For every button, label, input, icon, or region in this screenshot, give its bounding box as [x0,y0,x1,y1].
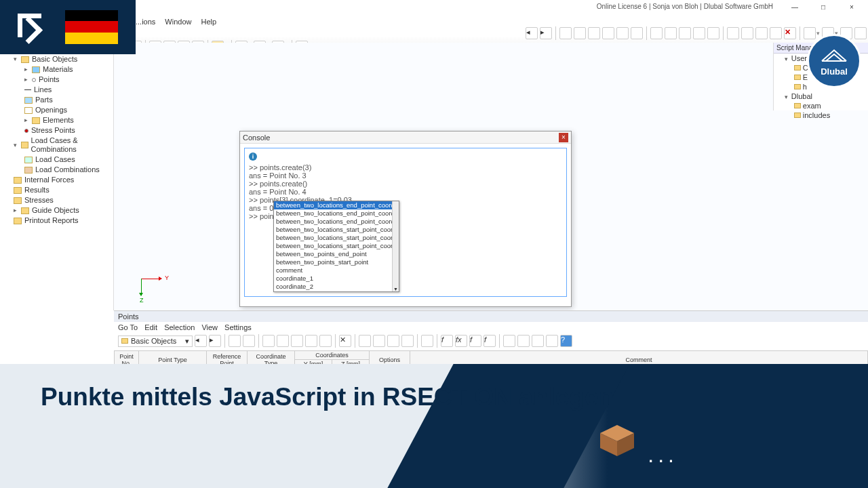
materials-icon [32,66,40,73]
ac-item[interactable]: between_two_locations_end_point_coordina… [274,209,399,218]
folder-icon [21,142,28,148]
ac-item[interactable]: comment [274,266,399,274]
toolbar-button[interactable] [693,27,705,39]
ac-item[interactable]: coordinate_system [274,291,399,292]
console-body[interactable]: i >> points.create(3) ans = Point No. 3 … [244,148,567,297]
pp-button[interactable]: f [469,335,481,347]
pp-button[interactable] [387,335,399,347]
pp-button[interactable] [517,335,530,347]
toolbar-button[interactable] [616,27,629,39]
toolbar-button[interactable] [679,27,691,39]
tree-guide-objects[interactable]: ▸Guide Objects [1,205,112,216]
console-close-button[interactable]: × [559,133,568,142]
pp-button[interactable] [532,335,544,347]
console-line: ans = Point No. 4 [249,188,562,196]
pp-button[interactable] [401,335,414,347]
toolbar-button[interactable] [727,27,739,39]
pp-button[interactable] [305,335,317,347]
pp-button[interactable] [373,335,385,347]
pp-menu-goto[interactable]: Go To [118,323,138,331]
pp-button[interactable] [503,335,515,347]
toolbar-button[interactable]: ◂ [526,27,538,39]
tree-lco[interactable]: Load Combinations [1,165,112,175]
col-coords[interactable]: Coordinates [295,351,370,360]
toolbar-button[interactable] [650,27,663,39]
toolbar-button[interactable] [559,27,572,39]
toolbar-button[interactable]: ▸ [540,27,552,39]
minimize-button[interactable]: — [781,0,808,14]
germany-flag-icon [65,10,118,44]
pp-menu-view[interactable]: View [201,323,218,331]
toolbar-button[interactable]: ✕ [784,27,796,39]
ac-item[interactable]: coordinate_1 [274,274,399,283]
ac-item[interactable]: between_two_locations_end_point_coordina… [274,201,399,209]
tree-openings[interactable]: Openings [1,105,112,115]
sm-dlubal[interactable]: ▾ Dlubal [774,92,868,101]
line-icon [24,89,31,90]
toolbar-button[interactable] [588,27,600,39]
tree-parts[interactable]: Parts [1,95,112,105]
pp-button[interactable] [359,335,371,347]
pp-button[interactable] [291,335,303,347]
tree-elements[interactable]: ▸Elements [1,115,112,125]
ac-item[interactable]: coordinate_2 [274,283,399,291]
tree-lines[interactable]: Lines [1,85,112,95]
pp-menu-settings[interactable]: Settings [224,323,252,331]
toolbar-button[interactable] [707,27,719,39]
ac-item[interactable]: between_two_points_start_point [274,258,399,266]
pp-button[interactable] [243,335,255,347]
separator [646,26,647,40]
ac-item[interactable]: between_two_locations_start_point_coordi… [274,234,399,242]
sm-item[interactable]: includes [774,110,868,120]
pp-button[interactable]: fx [455,335,467,347]
menu-item-window[interactable]: Window [165,18,191,26]
pp-nav-next[interactable]: ▸ [209,335,221,347]
tree-load-cases[interactable]: ▾Load Cases & Combinations [1,136,112,155]
close-button[interactable]: × [838,0,865,14]
toolbar-button[interactable] [602,27,614,39]
toolbar-button[interactable] [665,27,677,39]
pp-button[interactable] [546,335,558,347]
menu-item[interactable]: ...ions [136,18,155,26]
tree-results[interactable]: Results [1,185,112,195]
pp-menu-edit[interactable]: Edit [144,323,157,331]
pp-button[interactable]: ✕ [339,335,351,347]
toolbar-button[interactable] [631,27,643,39]
ac-item[interactable]: between_two_locations_start_point_coordi… [274,242,399,250]
toolbar-button[interactable] [770,27,782,39]
tree-basic-objects[interactable]: ▾Basic Objects [1,54,112,64]
tree-points[interactable]: ▸Points [1,75,112,85]
tree-stresses[interactable]: Stresses [1,195,112,205]
pp-button[interactable] [277,335,289,347]
tree-printout[interactable]: Printout Reports [1,216,112,226]
toolbar-button[interactable] [741,27,753,39]
ac-item[interactable]: between_two_locations_start_point_coordi… [274,226,399,234]
ac-item[interactable]: between_two_locations_end_point_coordina… [274,218,399,226]
canvas[interactable]: Y Z Y Z Console × i >> points.create(3) … [114,43,868,310]
maximize-button[interactable]: □ [810,0,837,14]
tree-internal-forces[interactable]: Internal Forces [1,175,112,185]
pp-dropdown[interactable]: Basic Objects▾ [118,336,193,347]
toolbar-button[interactable] [854,27,867,39]
pp-button[interactable] [229,335,241,347]
ac-item[interactable]: between_two_points_end_point [274,250,399,258]
pp-button[interactable]: f [484,335,496,347]
pp-nav-prev[interactable]: ◂ [195,335,207,347]
separator [723,26,724,40]
axis-local: Y Z [141,279,161,279]
tree-materials[interactable]: ▸Materials [1,64,112,75]
toolbar-button[interactable] [755,27,768,39]
pp-button[interactable] [262,335,275,347]
menu-item-help[interactable]: Help [201,18,216,26]
toolbar-button[interactable] [804,27,816,39]
tree-lc[interactable]: Load Cases [1,155,112,165]
scrollbar[interactable] [392,201,399,291]
toolbar-button[interactable] [574,27,586,39]
sm-item[interactable]: exam [774,101,868,110]
tree-stress-points[interactable]: Stress Points [1,125,112,136]
pp-button[interactable] [421,335,433,347]
pp-menu-selection[interactable]: Selection [164,323,195,331]
pp-button[interactable] [319,335,332,347]
pp-help-button[interactable]: ? [560,335,572,347]
pp-button[interactable]: f [441,335,453,347]
